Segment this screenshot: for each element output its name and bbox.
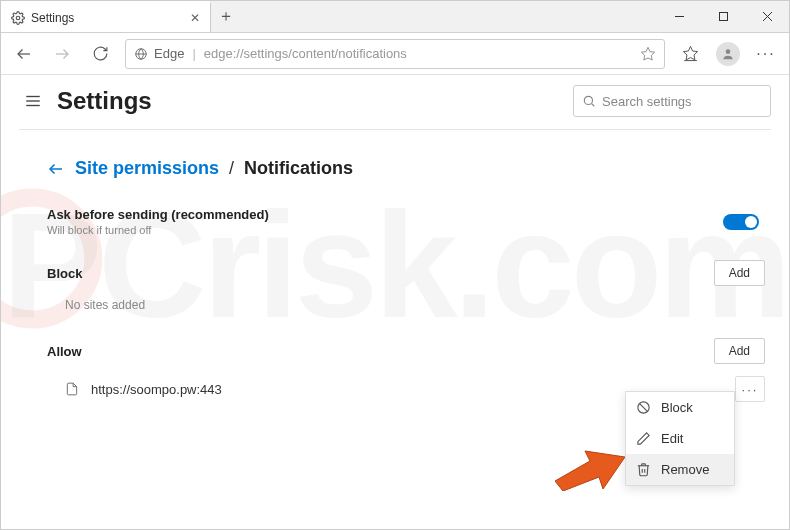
context-block[interactable]: Block bbox=[626, 392, 734, 423]
svg-marker-9 bbox=[683, 46, 697, 59]
svg-point-11 bbox=[726, 49, 731, 54]
block-title: Block bbox=[47, 266, 82, 281]
address-bar[interactable]: Edge | edge://settings/content/notificat… bbox=[125, 39, 665, 69]
search-input[interactable]: Search settings bbox=[573, 85, 771, 117]
window-close-button[interactable] bbox=[745, 1, 789, 32]
content-area: Site permissions / Notifications Ask bef… bbox=[1, 130, 789, 432]
menu-icon[interactable] bbox=[19, 87, 47, 115]
context-remove-label: Remove bbox=[661, 462, 709, 477]
allow-add-button[interactable]: Add bbox=[714, 338, 765, 364]
profile-button[interactable] bbox=[711, 37, 745, 71]
block-section: Block Add No sites added bbox=[47, 256, 765, 318]
context-remove[interactable]: Remove bbox=[626, 454, 734, 485]
svg-line-16 bbox=[592, 104, 595, 107]
breadcrumb: Site permissions / Notifications bbox=[47, 158, 765, 179]
page-title: Settings bbox=[57, 87, 152, 115]
edge-icon bbox=[134, 47, 148, 61]
search-icon bbox=[582, 94, 596, 108]
close-tab-icon[interactable]: ✕ bbox=[188, 11, 202, 25]
breadcrumb-parent[interactable]: Site permissions bbox=[75, 158, 219, 179]
favorite-icon[interactable] bbox=[640, 46, 656, 62]
new-tab-button[interactable]: ＋ bbox=[211, 1, 241, 32]
annotation-arrow-icon bbox=[555, 441, 625, 491]
block-icon bbox=[636, 400, 651, 415]
svg-point-0 bbox=[16, 16, 20, 20]
ask-section: Ask before sending (recommended) Will bl… bbox=[47, 203, 765, 240]
settings-header: Settings Search settings bbox=[1, 75, 789, 129]
more-menu-button[interactable]: ··· bbox=[749, 37, 783, 71]
context-edit[interactable]: Edit bbox=[626, 423, 734, 454]
ask-toggle[interactable] bbox=[723, 214, 759, 230]
ask-title: Ask before sending (recommended) bbox=[47, 207, 269, 222]
address-label: Edge bbox=[154, 46, 184, 61]
breadcrumb-slash: / bbox=[229, 158, 234, 179]
search-placeholder: Search settings bbox=[602, 94, 692, 109]
address-separator: | bbox=[192, 46, 195, 61]
pencil-icon bbox=[636, 431, 651, 446]
svg-marker-8 bbox=[641, 47, 654, 60]
favorites-button[interactable] bbox=[673, 37, 707, 71]
avatar-icon bbox=[716, 42, 740, 66]
ask-subtitle: Will block if turned off bbox=[47, 224, 269, 236]
page-icon bbox=[65, 381, 79, 397]
browser-tab[interactable]: Settings ✕ bbox=[1, 1, 211, 32]
browser-toolbar: Edge | edge://settings/content/notificat… bbox=[1, 33, 789, 75]
window-maximize-button[interactable] bbox=[701, 1, 745, 32]
allow-title: Allow bbox=[47, 344, 82, 359]
forward-button[interactable] bbox=[45, 37, 79, 71]
context-block-label: Block bbox=[661, 400, 693, 415]
context-edit-label: Edit bbox=[661, 431, 683, 446]
block-add-button[interactable]: Add bbox=[714, 260, 765, 286]
refresh-button[interactable] bbox=[83, 37, 117, 71]
svg-marker-20 bbox=[555, 451, 625, 491]
address-url: edge://settings/content/notifications bbox=[204, 46, 407, 61]
trash-icon bbox=[636, 462, 651, 477]
site-context-menu: Block Edit Remove bbox=[625, 391, 735, 486]
block-empty-text: No sites added bbox=[47, 290, 765, 318]
gear-icon bbox=[11, 11, 25, 25]
back-button[interactable] bbox=[7, 37, 41, 71]
svg-rect-2 bbox=[719, 13, 727, 21]
allow-site-url: https://soompo.pw:443 bbox=[91, 382, 222, 397]
breadcrumb-back-icon[interactable] bbox=[47, 160, 65, 178]
window-minimize-button[interactable] bbox=[657, 1, 701, 32]
site-more-button[interactable]: ··· bbox=[735, 376, 765, 402]
window-titlebar: Settings ✕ ＋ bbox=[1, 1, 789, 33]
svg-line-19 bbox=[639, 403, 647, 411]
tab-title: Settings bbox=[31, 11, 74, 25]
breadcrumb-current: Notifications bbox=[244, 158, 353, 179]
svg-point-15 bbox=[584, 96, 592, 104]
